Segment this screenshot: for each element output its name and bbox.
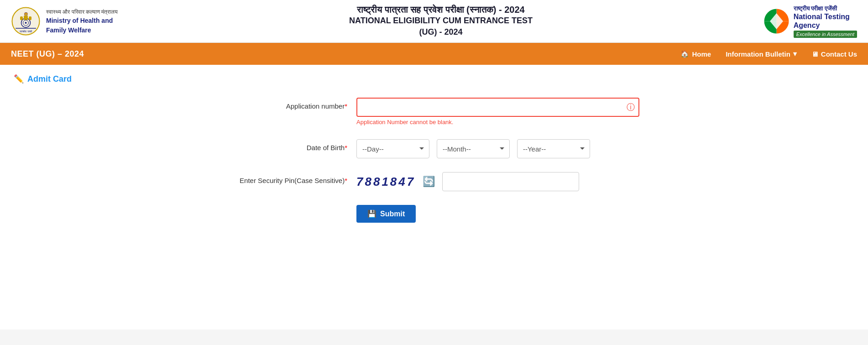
nta-logo-block: राष्ट्रीय परीक्षा एजेंसी National Testin… [764, 5, 857, 38]
admit-card-heading[interactable]: ✏️ Admit Card [14, 74, 854, 84]
nta-tagline: Excellence in Assessment [794, 31, 857, 38]
nav-information-bulletin-label: Information Bulletin [726, 50, 790, 58]
nta-hindi-name: राष्ट्रीय परीक्षा एजेंसी [794, 5, 857, 12]
application-number-label: Application number* [229, 98, 356, 110]
required-marker: * [345, 102, 347, 110]
dob-year-select[interactable]: --Year--20102009200820072006200520042003… [517, 139, 590, 158]
nta-english-line1: National Testing [794, 12, 857, 21]
exam-title-hindi: राष्ट्रीय पात्रता सह प्रवेश परीक्षा (स्न… [118, 5, 763, 15]
application-number-row: Application number* ⓘ Application Number… [229, 98, 639, 125]
captcha-display: 7881847 [356, 175, 415, 189]
application-number-input-area: ⓘ Application Number cannot be blank. [356, 98, 639, 125]
page-header: 🦁 सत्यमेव जयते स्वास्थ्य और परिवार कल्या… [0, 0, 868, 43]
application-number-error: Application Number cannot be blank. [356, 119, 639, 125]
svg-rect-6 [29, 16, 31, 20]
application-number-input[interactable] [356, 98, 639, 117]
nta-text-block: राष्ट्रीय परीक्षा एजेंसी National Testin… [794, 5, 857, 38]
submit-row: 💾 Submit [229, 205, 639, 223]
nta-logo-icon [764, 9, 789, 34]
page-title-block: राष्ट्रीय पात्रता सह प्रवेश परीक्षा (स्न… [118, 5, 763, 38]
admit-card-form: Application number* ⓘ Application Number… [229, 98, 639, 223]
nav-contact-us[interactable]: 🖥 Contact Us [811, 50, 857, 58]
svg-rect-7 [24, 16, 28, 20]
svg-point-9 [25, 22, 27, 24]
security-pin-input[interactable] [442, 172, 579, 191]
submit-button[interactable]: 💾 Submit [356, 205, 416, 223]
dob-label: Date of Birth* [229, 139, 356, 152]
nav-home-label: Home [692, 50, 711, 58]
dob-row: Date of Birth* --Day--123456789101112131… [229, 139, 639, 158]
security-required-marker: * [345, 177, 347, 184]
nav-information-bulletin[interactable]: Information Bulletin ▾ [726, 50, 797, 58]
navbar-links: 🏠 Home Information Bulletin ▾ 🖥 Contact … [680, 50, 857, 58]
dob-required-marker: * [345, 144, 347, 152]
submit-label: Submit [380, 210, 405, 218]
nav-contact-us-label: Contact Us [821, 50, 857, 58]
nta-english-line2: Agency [794, 21, 857, 30]
ministry-info: 🦁 सत्यमेव जयते स्वास्थ्य और परिवार कल्या… [11, 6, 118, 36]
edit-icon: ✏️ [14, 74, 24, 84]
navbar-brand: NEET (UG) – 2024 [11, 49, 84, 59]
svg-rect-5 [20, 16, 23, 20]
dob-month-select[interactable]: --Month--JanuaryFebruaryMarchAprilMayJun… [437, 139, 510, 158]
dob-day-select[interactable]: --Day--123456789101112131415161718192021… [356, 139, 429, 158]
ministry-text-block: स्वास्थ्य और परिवार कल्याण मंत्रालय Mini… [46, 8, 118, 35]
security-row: 7881847 🔄 [356, 172, 639, 191]
exam-title-english-line2: (UG) - 2024 [118, 26, 763, 38]
security-pin-label: Enter Security Pin(Case Sensitive)* [229, 172, 356, 184]
save-icon: 💾 [367, 209, 376, 218]
nav-home[interactable]: 🏠 Home [680, 50, 711, 58]
dob-input-area: --Day--123456789101112131415161718192021… [356, 139, 639, 158]
ministry-hindi: स्वास्थ्य और परिवार कल्याण मंत्रालय [46, 8, 118, 16]
svg-text:सत्यमेव जयते: सत्यमेव जयते [19, 30, 32, 33]
error-icon: ⓘ [627, 102, 635, 113]
dropdown-icon: ▾ [793, 50, 797, 58]
dob-selects: --Day--123456789101112131415161718192021… [356, 139, 639, 158]
emblem-icon: 🦁 सत्यमेव जयते [11, 6, 41, 36]
application-number-wrapper: ⓘ [356, 98, 639, 117]
security-pin-input-area: 7881847 🔄 [356, 172, 639, 191]
home-icon: 🏠 [680, 50, 689, 58]
main-content: ✏️ Admit Card Application number* ⓘ Appl… [0, 65, 868, 329]
refresh-captcha-icon[interactable]: 🔄 [423, 176, 435, 188]
ministry-english-line1: Ministry of Health and [46, 16, 118, 26]
security-pin-row: Enter Security Pin(Case Sensitive)* 7881… [229, 172, 639, 191]
admit-card-label: Admit Card [27, 74, 72, 84]
exam-title-english-line1: NATIONAL ELIGIBILITY CUM ENTRANCE TEST [118, 15, 763, 26]
ministry-english-line2: Family Welfare [46, 26, 118, 35]
contact-icon: 🖥 [811, 50, 818, 58]
main-navbar: NEET (UG) – 2024 🏠 Home Information Bull… [0, 43, 868, 65]
